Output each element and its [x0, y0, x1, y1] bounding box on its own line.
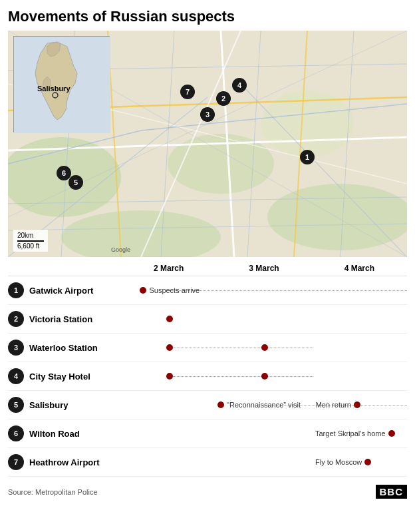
row-events-6: Target Skripal’s home — [122, 423, 407, 443]
row-num-4: 4 — [8, 368, 24, 384]
event-dot-4-2 — [261, 373, 268, 380]
map-marker-3: 3 — [200, 107, 215, 122]
event-col-3-3 — [312, 338, 407, 358]
event-col-3-2 — [217, 338, 313, 358]
event-col-2-2 — [217, 309, 313, 329]
event-dot-7-3 — [364, 459, 371, 465]
timeline-header: 2 March 3 March 4 March — [8, 264, 407, 276]
event-label-5-2: “Reconnaissance” visit — [227, 401, 301, 409]
event-col-2-3 — [312, 309, 407, 329]
row-events-1: Suspects arrive — [122, 280, 407, 300]
map-marker-1: 1 — [300, 150, 315, 164]
map-marker-2: 2 — [216, 91, 231, 106]
event-dot-4-1 — [166, 373, 173, 380]
event-dot-1-1 — [140, 287, 146, 294]
page-title: Movements of Russian suspects — [8, 8, 407, 25]
row-location-7: Heathrow Airport — [29, 457, 122, 467]
row-num-1: 1 — [8, 282, 24, 298]
row-num-2: 2 — [8, 311, 24, 327]
th-empty — [8, 264, 121, 273]
event-col-6-1 — [122, 423, 217, 443]
source-text: Source: Metropolitan Police — [8, 488, 98, 496]
event-col-1-2 — [217, 280, 313, 300]
row-cityhotel: 4 City Stay Hotel — [8, 362, 407, 391]
event-col-3-1 — [122, 338, 217, 358]
event-dot-5-3 — [354, 401, 360, 408]
row-location-3: Waterloo Station — [29, 343, 122, 353]
event-col-7-3: Fly to Moscow — [311, 452, 407, 472]
row-events-3 — [122, 338, 407, 358]
row-salisbury: 5 Salisbury “Reconnaissance” visit Men r… — [8, 391, 407, 419]
event-col-6-3: Target Skripal’s home — [311, 423, 407, 443]
event-col-5-2: “Reconnaissance” visit — [216, 395, 311, 415]
inset-map: Salisbury — [13, 36, 110, 133]
row-location-2: Victoria Station — [29, 314, 122, 324]
bbc-logo: BBC — [376, 485, 408, 499]
event-col-5-1 — [122, 395, 216, 415]
event-dot-6-3 — [388, 430, 395, 437]
map-marker-7: 7 — [180, 85, 195, 99]
th-col3: 4 March — [312, 264, 407, 273]
row-location-5: Salisbury — [29, 400, 122, 410]
row-events-2 — [122, 309, 407, 329]
th-col1: 2 March — [121, 264, 216, 273]
event-col-6-2 — [217, 423, 311, 443]
event-col-4-1 — [122, 366, 217, 386]
event-col-4-3 — [312, 366, 407, 386]
event-dot-3-2 — [261, 344, 268, 351]
map-marker-5: 5 — [69, 175, 83, 190]
event-col-2-1 — [122, 309, 217, 329]
event-col-7-1 — [122, 452, 217, 472]
row-gatwick: 1 Gatwick Airport Suspects arrive — [8, 276, 407, 305]
scale-km: 20km — [17, 232, 33, 239]
scale-line — [17, 240, 44, 242]
row-num-7: 7 — [8, 454, 24, 470]
row-num-6: 6 — [8, 425, 24, 441]
row-num-5: 5 — [8, 397, 24, 413]
row-location-4: City Stay Hotel — [29, 372, 122, 382]
event-label-5-3: Men return — [316, 401, 351, 409]
row-events-4 — [122, 366, 407, 386]
row-victoria: 2 Victoria Station — [8, 305, 407, 334]
row-waterloo: 3 Waterloo Station — [8, 334, 407, 362]
event-dot-2-1 — [166, 316, 173, 322]
scale-box: 20km 6,600 ft — [13, 230, 48, 252]
svg-text:Salisbury: Salisbury — [37, 85, 70, 93]
row-events-7: Fly to Moscow — [122, 452, 407, 472]
row-location-1: Gatwick Airport — [29, 286, 122, 296]
row-num-3: 3 — [8, 340, 24, 356]
row-events-5: “Reconnaissance” visit Men return — [122, 395, 407, 415]
event-label-1-1: Suspects arrive — [149, 286, 200, 294]
scale-ft: 6,600 ft — [17, 242, 39, 250]
event-col-4-2 — [217, 366, 313, 386]
page-container: Movements of Russian suspects — [0, 0, 415, 505]
event-col-1-1: Suspects arrive — [122, 280, 217, 300]
timeline: 2 March 3 March 4 March 1 Gatwick Airpor… — [8, 264, 407, 477]
event-label-6-3: Target Skripal’s home — [315, 429, 386, 437]
th-col2: 3 March — [216, 264, 311, 273]
row-location-6: Wilton Road — [29, 429, 122, 439]
event-col-7-2 — [217, 452, 311, 472]
map-marker-4: 4 — [232, 78, 247, 93]
event-label-7-3: Fly to Moscow — [315, 458, 362, 466]
map-marker-6: 6 — [57, 166, 71, 180]
footer: Source: Metropolitan Police BBC — [8, 482, 407, 499]
row-heathrow: 7 Heathrow Airport Fly to Moscow — [8, 448, 407, 477]
map-section: Salisbury 20km 6,600 ft Google 1 2 3 4 5… — [8, 31, 407, 257]
google-label: Google — [111, 246, 130, 253]
row-wilton: 6 Wilton Road Target Skripal’s home — [8, 419, 407, 448]
event-col-5-3: Men return — [312, 395, 407, 415]
event-dot-3-1 — [166, 344, 173, 351]
event-col-1-3 — [312, 280, 407, 300]
event-dot-5-2 — [217, 401, 224, 408]
